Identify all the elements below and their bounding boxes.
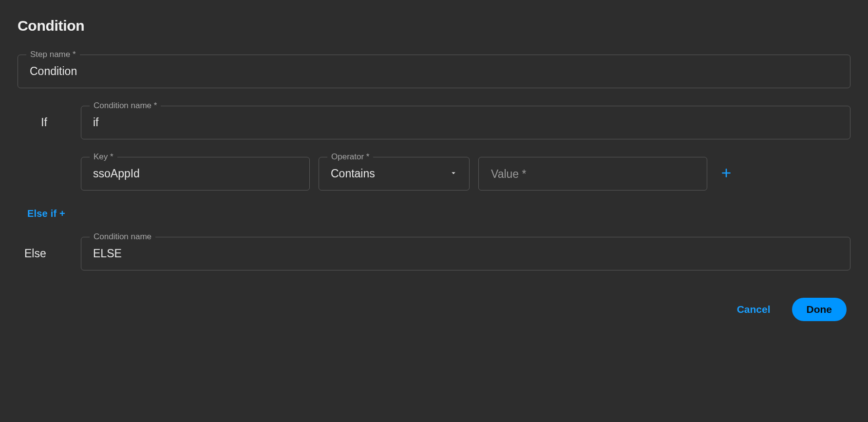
key-label: Key * [90,152,117,162]
if-condition-name-input[interactable] [81,106,850,139]
value-field: Value * [478,157,707,191]
footer-actions: Cancel Done [18,298,850,321]
plus-icon [720,167,733,181]
page-title: Condition [18,18,850,34]
key-input[interactable] [81,157,310,191]
key-field: Key * [81,157,310,191]
operator-label: Operator * [327,152,373,162]
step-name-input[interactable] [18,55,850,88]
else-condition-name-field: Condition name [81,237,850,270]
add-condition-button[interactable] [716,163,736,185]
if-section: If Condition name * [18,106,850,139]
if-label: If [18,116,71,129]
if-condition-name-field: Condition name * [81,106,850,139]
operator-field: Operator * [319,157,470,191]
value-input[interactable] [478,157,707,191]
operator-select[interactable] [319,157,470,191]
cancel-button[interactable]: Cancel [727,298,780,321]
else-if-button[interactable]: Else if + [27,208,65,219]
else-label: Else [18,247,71,260]
else-section: Else Condition name [18,237,850,270]
step-name-field: Step name * [18,55,850,88]
step-name-label: Step name * [26,50,80,59]
else-condition-name-label: Condition name [90,232,155,242]
if-criteria-row: Key * Operator * Value * [81,157,850,191]
else-condition-name-input[interactable] [81,237,850,270]
if-condition-name-label: Condition name * [90,101,161,111]
done-button[interactable]: Done [792,298,847,321]
